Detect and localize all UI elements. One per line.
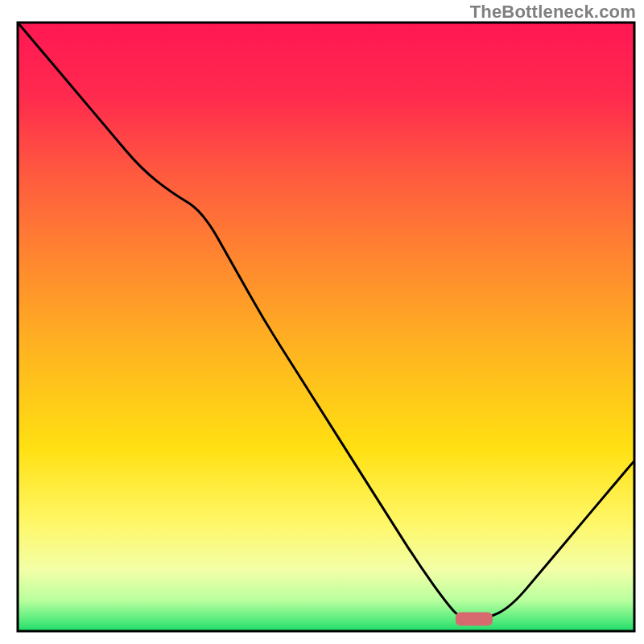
watermark-text: TheBottleneck.com: [470, 2, 636, 23]
chart-container: TheBottleneck.com: [0, 0, 644, 644]
optimal-marker: [456, 613, 493, 626]
gradient-background: [18, 23, 634, 631]
plot-area: [18, 23, 634, 631]
bottleneck-chart: [0, 0, 644, 644]
